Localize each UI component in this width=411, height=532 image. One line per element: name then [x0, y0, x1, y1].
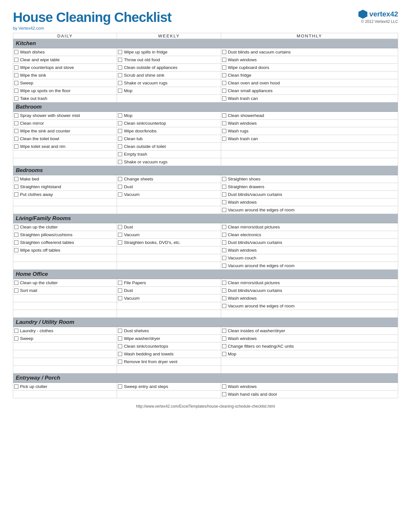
check-item[interactable]: Straighten drawers	[222, 183, 397, 190]
check-item[interactable]: Dust	[118, 224, 220, 230]
checkbox[interactable]	[118, 50, 122, 54]
checkbox[interactable]	[14, 281, 18, 285]
checkbox[interactable]	[222, 185, 226, 189]
check-item[interactable]: Wipe the sink	[14, 72, 116, 79]
checkbox[interactable]	[222, 50, 226, 54]
checkbox[interactable]	[222, 225, 226, 229]
check-item[interactable]: Clean outside of toilet	[118, 143, 220, 150]
check-item[interactable]: Wash rugs	[222, 128, 397, 134]
check-item[interactable]: Vacuum around the edges of room	[222, 262, 397, 269]
checkbox[interactable]	[222, 336, 226, 341]
check-item[interactable]: Wipe toilet seat and rim	[14, 143, 116, 150]
check-item[interactable]: Sort mail	[14, 287, 116, 294]
check-item[interactable]: Wipe spots off tables	[14, 247, 116, 254]
check-item[interactable]: Spray shower with shower mist	[14, 112, 116, 119]
check-item[interactable]: Straighten nightstand	[14, 183, 116, 190]
check-item[interactable]: Dust blinds/vacuum curtains	[222, 287, 397, 294]
checkbox[interactable]	[222, 329, 226, 333]
check-item[interactable]: Straighten shoes	[222, 176, 397, 182]
checkbox[interactable]	[222, 281, 226, 285]
checkbox[interactable]	[222, 288, 226, 293]
check-item[interactable]: Wash windows	[222, 247, 397, 254]
check-item[interactable]: Clean sink/countertop	[118, 120, 220, 127]
check-item[interactable]: Wash windows	[222, 335, 397, 342]
checkbox[interactable]	[14, 329, 18, 333]
checkbox[interactable]	[118, 160, 122, 164]
checkbox[interactable]	[118, 89, 122, 93]
checkbox[interactable]	[222, 121, 226, 125]
checkbox[interactable]	[14, 192, 18, 197]
check-item[interactable]: Wipe up spots on the floor	[14, 87, 116, 94]
checkbox[interactable]	[222, 344, 226, 348]
checkbox[interactable]	[14, 336, 18, 341]
checkbox[interactable]	[222, 384, 226, 389]
checkbox[interactable]	[14, 89, 18, 93]
checkbox[interactable]	[222, 113, 226, 118]
check-item[interactable]: Wash windows	[222, 199, 397, 206]
check-item[interactable]: Wash windows	[222, 295, 397, 302]
checkbox[interactable]	[222, 200, 226, 204]
check-item[interactable]: Make bed	[14, 176, 116, 182]
check-item[interactable]: Dust blinds/vacuum curtains	[222, 239, 397, 246]
check-item[interactable]: Wipe door/knobs	[118, 128, 220, 134]
check-item[interactable]: Clean mirrors/dust pictures	[222, 224, 397, 230]
check-item[interactable]: Vacuum	[118, 231, 220, 238]
checkbox[interactable]	[222, 65, 226, 70]
checkbox[interactable]	[222, 296, 226, 300]
check-item[interactable]: Vacuum	[118, 191, 220, 198]
check-item[interactable]: Clear and wipe table	[14, 56, 116, 63]
check-item[interactable]: Clean small appliances	[222, 87, 397, 94]
check-item[interactable]: File Papers	[118, 279, 220, 286]
check-item[interactable]: Shake or vacuum rugs	[118, 159, 220, 165]
checkbox[interactable]	[14, 121, 18, 125]
check-item[interactable]: Shake or vacuum rugs	[118, 80, 220, 86]
checkbox[interactable]	[118, 81, 122, 85]
checkbox[interactable]	[118, 177, 122, 181]
checkbox[interactable]	[14, 248, 18, 252]
checkbox[interactable]	[14, 113, 18, 118]
checkbox[interactable]	[14, 225, 18, 229]
checkbox[interactable]	[118, 152, 122, 156]
check-item[interactable]: Wipe washer/dryer	[118, 335, 220, 342]
checkbox[interactable]	[222, 129, 226, 133]
checkbox[interactable]	[14, 288, 18, 293]
check-item[interactable]: Wash hand rails and door	[222, 391, 397, 398]
checkbox[interactable]	[118, 360, 122, 364]
check-item[interactable]: Mop	[118, 87, 220, 94]
checkbox[interactable]	[14, 137, 18, 141]
check-item[interactable]: Put clothes away	[14, 191, 116, 198]
check-item[interactable]: Wash trash can	[222, 95, 397, 102]
checkbox[interactable]	[14, 81, 18, 85]
check-item[interactable]: Wash windows	[222, 383, 397, 390]
check-item[interactable]: Wipe the sink and counter	[14, 128, 116, 134]
check-item[interactable]: Wash bedding and towels	[118, 351, 220, 357]
checkbox[interactable]	[118, 58, 122, 62]
checkbox[interactable]	[222, 89, 226, 93]
checkbox[interactable]	[222, 137, 226, 141]
checkbox[interactable]	[222, 73, 226, 77]
checkbox[interactable]	[118, 336, 122, 341]
checkbox[interactable]	[118, 225, 122, 229]
check-item[interactable]: Straighten coffee/end tables	[14, 239, 116, 246]
check-item[interactable]: Wash dishes	[14, 49, 116, 55]
check-item[interactable]: Empty trash	[118, 151, 220, 158]
checkbox[interactable]	[222, 256, 226, 260]
checkbox[interactable]	[118, 329, 122, 333]
check-item[interactable]: Clean showerhead	[222, 112, 397, 119]
check-item[interactable]: Pick up clutter	[14, 383, 116, 390]
checkbox[interactable]	[14, 50, 18, 54]
checkbox[interactable]	[222, 240, 226, 245]
check-item[interactable]: Clean sink/countertops	[118, 343, 220, 350]
checkbox[interactable]	[118, 296, 122, 300]
check-item[interactable]: Clean outside of appliances	[118, 64, 220, 71]
check-item[interactable]: Dust blinds and vacuum curtains	[222, 49, 397, 55]
checkbox[interactable]	[222, 233, 226, 237]
check-item[interactable]: Sweep	[14, 80, 116, 86]
check-item[interactable]: Laundry - clothes	[14, 327, 116, 334]
check-item[interactable]: Clean up the clutter	[14, 224, 116, 230]
checkbox[interactable]	[14, 65, 18, 70]
checkbox[interactable]	[222, 177, 226, 181]
check-item[interactable]: Wash windows	[222, 120, 397, 127]
checkbox[interactable]	[222, 392, 226, 396]
check-item[interactable]: Dust blinds/vacuum curtains	[222, 191, 397, 198]
